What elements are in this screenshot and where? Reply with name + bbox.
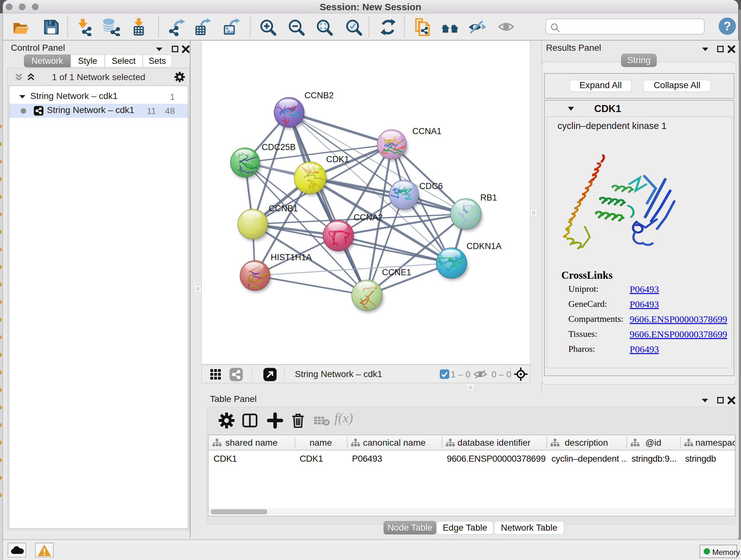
separator [252, 366, 252, 381]
create-column-plus-icon[interactable] [267, 412, 283, 429]
tab-network-table[interactable]: Network Table [494, 521, 564, 535]
control-panel-title: Control Panel [11, 43, 65, 53]
table-panel-float-icon[interactable] [700, 395, 710, 405]
collection-disclosure-icon[interactable] [18, 93, 26, 101]
fit-selected-crosshair-icon[interactable] [514, 368, 528, 381]
zoom-fit-icon[interactable] [315, 18, 333, 36]
table-panel-close-icon[interactable] [727, 395, 736, 405]
hide-selected-icon[interactable] [468, 18, 486, 36]
open-in-new-window-icon[interactable] [263, 368, 277, 381]
zoom-selected-icon[interactable] [345, 18, 362, 36]
show-graphics-details-icon[interactable] [441, 18, 459, 36]
network-options-gear-icon[interactable] [174, 71, 185, 82]
network-node-RB1[interactable] [451, 197, 485, 233]
network-node-CCNA1[interactable] [377, 130, 408, 161]
cdk1-section-header[interactable]: CDK1 [545, 101, 734, 117]
background-dot [0, 265, 2, 269]
column-header-label: name [294, 438, 347, 448]
column-header-canonical-name[interactable]: canonical name [347, 435, 442, 450]
export-image-icon[interactable] [222, 18, 240, 36]
column-header-name[interactable]: name [294, 435, 347, 450]
collapse-all-button[interactable]: Collapse All [643, 80, 711, 92]
grip-dot [196, 287, 200, 291]
column-header-shared-name[interactable]: shared name [208, 435, 294, 450]
right-splitter-grip[interactable] [530, 209, 537, 216]
scrollbar-thumb[interactable] [211, 509, 267, 514]
copy-style-icon[interactable] [414, 18, 432, 36]
export-network-icon[interactable] [167, 18, 185, 36]
help-button[interactable]: ? [718, 17, 736, 35]
network-view-canvas[interactable]: CCNB2 CCNA1 CDC25B CDK1 CDC6 RB1 CCNB1 C… [201, 41, 530, 365]
show-column-panel-icon[interactable] [242, 412, 258, 429]
cloud-status-button[interactable] [8, 543, 26, 557]
birds-eye-view-icon[interactable] [210, 369, 221, 380]
tab-style[interactable]: Style [71, 55, 105, 67]
crosslink-link[interactable]: P06493 [630, 284, 659, 295]
column-header-database-identifier[interactable]: database identifier [442, 435, 546, 450]
network-row[interactable]: String Network – cdk1 11 48 [9, 104, 188, 118]
tab-node-table[interactable]: Node Table [384, 521, 436, 535]
cloud-icon [10, 545, 24, 555]
import-table-file-icon[interactable] [130, 18, 147, 36]
network-collection-row[interactable]: String Network – cdk1 1 [9, 90, 188, 104]
column-header--id[interactable]: @id [626, 435, 680, 450]
export-table-icon[interactable] [193, 18, 211, 36]
zoom-out-icon[interactable] [287, 18, 305, 36]
horizontal-splitter-grip[interactable] [467, 384, 474, 390]
table-options-gear-icon[interactable] [218, 412, 235, 429]
control-panel-close-icon[interactable] [181, 44, 191, 54]
table-panel-maximize-icon[interactable] [716, 395, 725, 405]
import-network-database-icon[interactable] [102, 18, 120, 36]
table-cell[interactable]: stringdb:9... [631, 454, 681, 464]
node-table-header: shared namename canonical name database … [208, 435, 735, 450]
table-cell[interactable]: CDK1 [213, 454, 295, 464]
expand-all-button[interactable]: Expand All [569, 80, 631, 92]
tab-edge-table[interactable]: Edge Table [436, 521, 493, 535]
cdk1-section-title: CDK1 [594, 103, 621, 115]
search-input[interactable] [545, 18, 704, 35]
table-cell[interactable]: 9606.ENSP00000378699 [447, 454, 547, 464]
cdk1-disclosure-icon[interactable] [567, 105, 575, 113]
network-node-label-CCNB1: CCNB1 [269, 204, 298, 213]
function-builder-icon-disabled: f(x) [334, 410, 363, 427]
control-panel-float-icon[interactable] [154, 44, 164, 54]
show-all-icon[interactable] [497, 18, 515, 36]
table-cell[interactable]: stringdb [685, 454, 735, 464]
crosslink-link[interactable]: P06493 [630, 344, 659, 355]
apply-layout-icon[interactable] [379, 18, 397, 36]
delete-column-trash-icon[interactable] [290, 412, 307, 429]
tab-sets[interactable]: Sets [143, 55, 172, 67]
node-table: shared namename canonical name database … [208, 435, 735, 516]
results-panel-maximize-icon[interactable] [716, 44, 725, 54]
selected-checkbox-icon[interactable] [440, 369, 450, 379]
network-node-CDK1[interactable] [294, 162, 332, 196]
column-header-namespace[interactable]: namespace [680, 435, 735, 450]
network-type-icon[interactable] [229, 368, 243, 381]
table-horizontal-scrollbar[interactable] [209, 508, 735, 516]
save-session-icon[interactable] [43, 18, 60, 36]
tab-select[interactable]: Select [105, 55, 143, 67]
left-splitter-grip[interactable] [195, 286, 201, 292]
background-dot [0, 212, 2, 216]
results-panel-float-icon[interactable] [700, 44, 710, 54]
import-network-file-icon[interactable] [76, 18, 93, 36]
open-session-icon[interactable] [12, 18, 30, 36]
column-header-description[interactable]: description [546, 435, 626, 450]
crosslink-link[interactable]: 9606.ENSP00000378699 [630, 329, 727, 340]
results-panel-close-icon[interactable] [727, 44, 736, 54]
background-dot [0, 335, 2, 339]
memory-button[interactable]: Memory [699, 545, 737, 558]
control-panel-border [190, 41, 191, 538]
crosslink-link[interactable]: 9606.ENSP00000378699 [630, 314, 727, 325]
table-cell[interactable]: CDK1 [300, 454, 347, 464]
results-tab-string[interactable]: String [621, 54, 657, 67]
crosslink-link[interactable]: P06493 [630, 299, 659, 310]
tab-network[interactable]: Network [24, 55, 71, 67]
delete-table-icon-disabled [313, 412, 330, 429]
table-cell[interactable]: cyclin–dependent ... [551, 454, 627, 464]
control-panel-maximize-icon[interactable] [171, 44, 180, 54]
warning-status-button[interactable] [35, 543, 54, 557]
network-node-CCNB2[interactable] [266, 98, 315, 129]
table-cell[interactable]: P06493 [352, 454, 442, 464]
zoom-in-icon[interactable] [259, 18, 277, 36]
